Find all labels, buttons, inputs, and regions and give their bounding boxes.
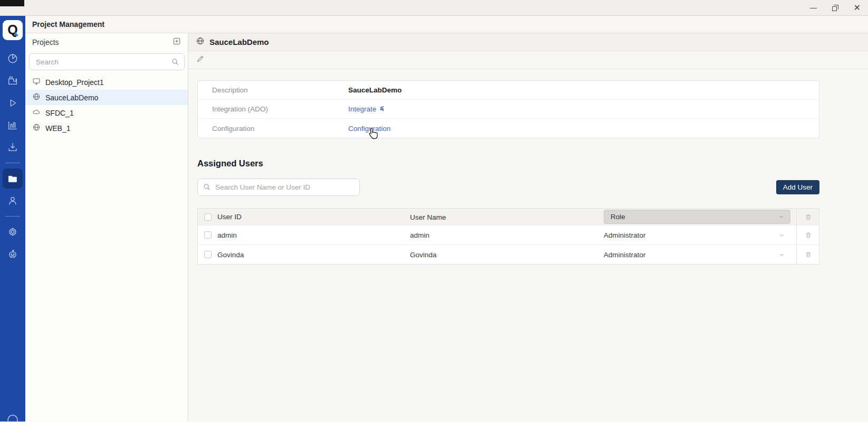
robot-icon[interactable] [3, 244, 23, 264]
trash-icon[interactable] [805, 251, 812, 258]
logo-arrow [14, 31, 19, 36]
trash-icon[interactable] [805, 213, 812, 221]
role-select[interactable]: Administrator [604, 251, 796, 259]
col-header-user-id: User ID [217, 213, 242, 221]
project-item-sfdc1[interactable]: SFDC_1 [25, 105, 188, 120]
main-area: SauceLabDemo Description SauceLabDemo [188, 33, 868, 421]
window-titlebar: ✕ [0, 0, 868, 16]
search-icon [203, 183, 211, 193]
monitor-icon [32, 77, 41, 87]
project-item-web1[interactable]: WEB_1 [25, 120, 188, 136]
folder-icon[interactable] [3, 168, 23, 189]
bar-chart-icon[interactable] [3, 115, 23, 135]
chevron-down-icon [778, 251, 785, 258]
globe-icon [32, 123, 41, 133]
detail-label: Integration (ADO) [198, 105, 348, 113]
titlebar-dark-corner [0, 0, 24, 6]
project-list: Desktop_Project1 SauceLabDemo SFDC_1 [25, 74, 188, 136]
package-icon[interactable] [3, 71, 23, 91]
cell-role: Administrator [604, 231, 646, 239]
chevron-down-icon [778, 213, 785, 220]
integrate-link[interactable]: Integrate [348, 105, 386, 114]
detail-row-description: Description SauceLabDemo [198, 81, 819, 100]
assigned-users-title: Assigned Users [197, 158, 819, 168]
col-header-user-name: User Name [410, 213, 446, 221]
role-filter-dropdown[interactable]: Role [604, 210, 790, 224]
close-icon[interactable]: ✕ [854, 4, 861, 12]
help-icon[interactable] [6, 414, 19, 422]
cell-role: Administrator [604, 251, 646, 259]
project-item-label: Desktop_Project1 [45, 78, 104, 87]
project-item-saucelabdemo[interactable]: SauceLabDemo [25, 90, 188, 105]
projects-panel-title: Projects [32, 38, 59, 46]
projects-search-input[interactable] [29, 53, 185, 70]
detail-label: Description [198, 86, 348, 94]
table-header-row: User ID User Name Role [198, 209, 819, 225]
gear-icon[interactable] [3, 222, 23, 242]
trash-icon[interactable] [805, 231, 812, 239]
detail-row-integration: Integration (ADO) Integrate [198, 100, 819, 119]
select-all-checkbox[interactable] [204, 213, 212, 221]
cell-user-id: Govinda [217, 251, 244, 259]
user-search-input[interactable] [197, 179, 360, 196]
selected-project-title: SauceLabDemo [209, 37, 269, 46]
cell-user-name: Govinda [410, 251, 436, 259]
col-header-role: Role [611, 213, 625, 221]
globe-icon [196, 36, 205, 48]
row-checkbox[interactable] [204, 251, 212, 258]
globe-icon [32, 92, 41, 102]
configuration-link[interactable]: Configuration [348, 125, 390, 133]
pie-chart-icon[interactable] [3, 49, 23, 69]
minimize-icon[interactable] [810, 8, 817, 8]
project-item-label: SFDC_1 [45, 109, 74, 117]
assigned-users-table: User ID User Name Role [197, 208, 819, 265]
chevron-down-icon [778, 232, 785, 239]
detail-label: Configuration [198, 125, 348, 133]
project-item-label: SauceLabDemo [45, 93, 98, 102]
rail-divider [5, 163, 20, 163]
table-row[interactable]: admin admin Administrator [198, 225, 819, 245]
play-icon[interactable] [3, 93, 23, 113]
role-select[interactable]: Administrator [604, 231, 796, 239]
user-icon[interactable] [3, 191, 23, 211]
rail-divider [5, 216, 20, 217]
project-detail-card: Description SauceLabDemo Integration (AD… [197, 80, 819, 138]
app-logo[interactable]: Q [3, 20, 23, 40]
projects-panel: Projects Desktop_Pr [25, 33, 188, 421]
project-item-label: WEB_1 [45, 124, 70, 133]
download-icon[interactable] [3, 137, 23, 157]
cell-user-id: admin [217, 231, 237, 239]
cloud-icon [32, 108, 41, 118]
restore-icon[interactable] [832, 5, 838, 11]
detail-row-configuration: Configuration Configuration [198, 119, 819, 138]
table-row[interactable]: Govinda Govinda Administrator [198, 245, 819, 264]
page-title: Project Management [25, 16, 868, 33]
cell-user-name: admin [410, 231, 430, 239]
project-item-desktop-project1[interactable]: Desktop_Project1 [25, 74, 188, 90]
icon-rail: Q [0, 16, 25, 421]
row-checkbox[interactable] [204, 231, 212, 239]
detail-value: SauceLabDemo [348, 86, 402, 94]
edit-pencil-icon[interactable] [196, 55, 204, 65]
add-project-icon[interactable] [173, 37, 181, 48]
search-icon [171, 58, 179, 68]
add-user-button[interactable]: Add User [776, 180, 819, 194]
azure-devops-icon [379, 105, 386, 114]
